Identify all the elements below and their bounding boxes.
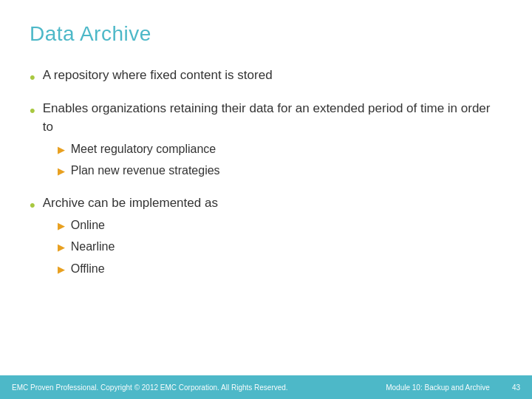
bullet-item-3: • Archive can be implemented as ▶ Online… <box>30 194 502 282</box>
bullet-content-2: Enables organizations retaining their da… <box>43 100 502 184</box>
bullet-dot-2: • <box>30 98 35 123</box>
sub-bullet-item-3: ▶ Online <box>58 216 218 233</box>
sub-bullet-item-4: ▶ Nearline <box>58 238 218 255</box>
sub-bullet-item-1: ▶ Meet regulatory compliance <box>58 140 502 157</box>
bullet-text-1: A repository where fixed content is stor… <box>43 66 273 85</box>
bullet-dot-1: • <box>30 65 35 89</box>
footer-module: Module 10: Backup and Archive <box>386 383 490 392</box>
sub-arrow-3: ▶ <box>58 219 65 233</box>
bullet-item-2: • Enables organizations retaining their … <box>30 100 502 184</box>
sub-arrow-5: ▶ <box>58 262 65 277</box>
sub-bullets-2: ▶ Meet regulatory compliance ▶ Plan new … <box>58 140 502 179</box>
sub-bullets-3: ▶ Online ▶ Nearline ▶ Offline <box>58 216 218 277</box>
sub-text-1: Meet regulatory compliance <box>71 140 216 157</box>
bullet-item-1: • A repository where fixed content is st… <box>30 66 502 89</box>
sub-bullet-item-5: ▶ Offline <box>58 260 218 277</box>
footer-copyright: EMC Proven Professional. Copyright © 201… <box>12 383 288 392</box>
sub-bullet-item-2: ▶ Plan new revenue strategies <box>58 162 502 179</box>
sub-text-4: Nearline <box>71 238 115 255</box>
slide-title: Data Archive <box>30 22 502 46</box>
sub-arrow-4: ▶ <box>58 240 65 255</box>
sub-arrow-2: ▶ <box>58 164 65 179</box>
bullet-content-3: Archive can be implemented as ▶ Online ▶… <box>43 194 218 282</box>
slide-footer: EMC Proven Professional. Copyright © 201… <box>0 375 532 399</box>
slide-container: Data Archive • A repository where fixed … <box>0 0 532 399</box>
bullet-dot-3: • <box>30 193 35 217</box>
slide-content: • A repository where fixed content is st… <box>30 66 502 282</box>
bullet-text-2: Enables organizations retaining their da… <box>43 101 491 134</box>
sub-text-3: Online <box>71 216 105 233</box>
sub-text-5: Offline <box>71 260 105 277</box>
sub-text-2: Plan new revenue strategies <box>71 162 220 179</box>
bullet-text-3: Archive can be implemented as <box>43 196 218 210</box>
footer-right: Module 10: Backup and Archive 43 <box>386 383 520 392</box>
sub-arrow-1: ▶ <box>58 143 65 157</box>
footer-page: 43 <box>512 383 520 392</box>
